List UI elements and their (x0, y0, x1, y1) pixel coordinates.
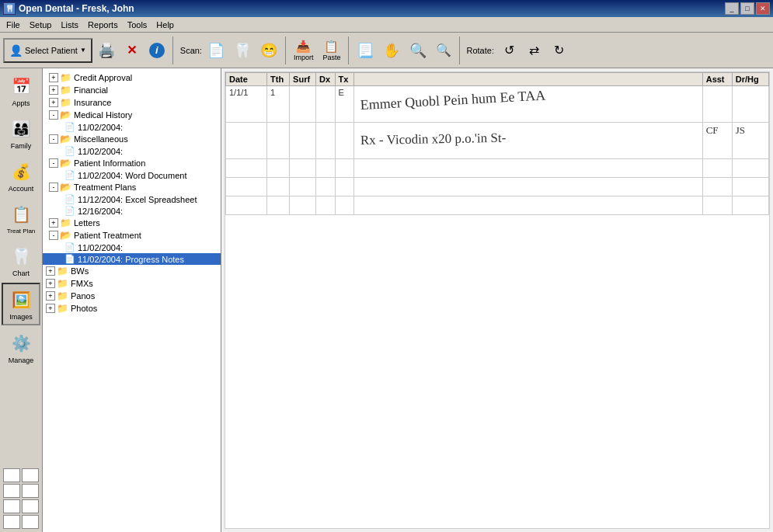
thumb-6[interactable] (22, 499, 39, 513)
menu-help[interactable]: Help (151, 19, 179, 31)
sidebar-manage-button[interactable]: ⚙️ Manage (2, 327, 40, 368)
rotate-flip-button[interactable]: ⇄ (523, 35, 546, 66)
pan-button[interactable]: ✋ (379, 35, 404, 66)
scan-xray-button[interactable]: 🦷 (230, 35, 255, 66)
expand-credit[interactable]: + (49, 73, 58, 82)
cell-tth-2 (267, 123, 290, 159)
expand-financial[interactable]: + (49, 85, 58, 95)
family-icon: 👨‍👩‍👧 (9, 116, 33, 141)
sidebar-chart-button[interactable]: 🦷 Chart (2, 240, 40, 281)
rotate-flip-icon: ⇄ (529, 43, 539, 57)
expand-letters[interactable]: + (49, 218, 58, 228)
folder-letters-icon: 📁 (60, 217, 71, 228)
tree-item-bws[interactable]: + 📁 BWs (43, 265, 221, 277)
tree-item-insurance[interactable]: + 📁 Insurance (43, 96, 221, 109)
tree-item-patienttreat[interactable]: - 📂 Patient Treatment (43, 229, 221, 242)
folder-patientinfo-icon: 📂 (60, 158, 71, 169)
scan-doc-button[interactable]: 📄 (204, 35, 228, 66)
rotate-left-button[interactable]: ↺ (498, 35, 521, 66)
menu-lists[interactable]: Lists (56, 19, 83, 31)
tree-item-treat-doc2[interactable]: 📄 12/16/2004: (43, 205, 221, 217)
thumb-2[interactable] (22, 468, 39, 482)
images-icon: 🖼️ (9, 287, 33, 312)
tree-item-medhistory-doc[interactable]: 📄 11/02/2004: (43, 121, 221, 133)
expand-photos[interactable]: + (46, 304, 55, 313)
tree-item-fmxs[interactable]: + 📁 FMXs (43, 277, 221, 290)
select-patient-button[interactable]: 👤 Select Patient ▼ (3, 38, 92, 63)
cell-surf-2 (290, 123, 316, 159)
menu-setup[interactable]: Setup (25, 19, 57, 31)
expand-treatplans[interactable]: - (49, 183, 58, 192)
import-button[interactable]: 📥 Import (290, 35, 318, 66)
thumb-1[interactable] (3, 468, 20, 482)
tree-item-treatplans[interactable]: - 📂 Treatment Plans (43, 181, 221, 193)
tree-item-credit[interactable]: + 📁 Credit Approval (43, 71, 221, 84)
tree-item-letters[interactable]: + 📁 Letters (43, 217, 221, 229)
minimize-button[interactable]: _ (725, 2, 739, 15)
pan-icon: ✋ (383, 42, 400, 59)
thumb-4[interactable] (22, 484, 39, 498)
icon-sidebar: 📅 Appts 👨‍👩‍👧 Family 💰 Account 📋 Treat P… (0, 68, 43, 532)
doc-treat1-icon: 📄 (64, 194, 75, 204)
tree-item-patientinfo[interactable]: - 📂 Patient Information (43, 157, 221, 169)
tree-item-medhistory[interactable]: - 📂 Medical History (43, 109, 221, 121)
view-doc-button[interactable]: 📃 (353, 35, 378, 66)
paste-button[interactable]: 📋 Paste (319, 35, 344, 66)
thumb-8[interactable] (22, 515, 39, 529)
sidebar-family-button[interactable]: 👨‍👩‍👧 Family (2, 113, 40, 154)
sidebar-appts-button[interactable]: 📅 Appts (2, 70, 40, 111)
view-doc-icon: 📃 (357, 42, 374, 59)
tree-item-panos[interactable]: + 📁 Panos (43, 290, 221, 302)
scan-doc-icon: 📄 (207, 42, 225, 59)
paste-icon: 📋 (324, 40, 339, 54)
toolbar-sep-3 (348, 37, 349, 64)
tree-item-patienttreat-doc2[interactable]: 📄 11/02/2004: Progress Notes (43, 253, 221, 265)
doc-patienttreat1-icon: 📄 (64, 242, 75, 252)
expand-misc[interactable]: - (49, 134, 58, 144)
zoom-in-button[interactable]: 🔍 (406, 35, 430, 66)
tree-item-patienttreat-doc1[interactable]: 📄 11/02/2004: (43, 242, 221, 253)
toolbar-print-button[interactable]: 🖨️ (94, 35, 119, 66)
expand-patientinfo[interactable]: - (49, 158, 58, 168)
table-row: Rx - Vicodin x20 p.o.'in St- CF JS (226, 123, 769, 159)
sidebar-treatplan-button[interactable]: 📋 Treat Plan (2, 198, 40, 238)
title-bar: 🦷 Open Dental - Fresk, John _ □ ✕ (0, 0, 773, 17)
menu-tools[interactable]: Tools (123, 19, 152, 31)
treatplan-icon: 📋 (9, 202, 33, 227)
rotate-right-button[interactable]: ↻ (548, 35, 571, 66)
tree-label-panos: Panos (71, 291, 95, 301)
tree-item-patientinfo-doc[interactable]: 📄 11/02/2004: Word Document (43, 169, 221, 181)
content-area: Date Tth Surf Dx Tx Asst Dr/Hg 1/1/1 1 (221, 68, 773, 532)
close-button[interactable]: ✕ (756, 2, 770, 15)
scan-photo-button[interactable]: 😁 (256, 35, 281, 66)
cell-date-2 (226, 123, 267, 159)
tree-item-treat-doc1[interactable]: 📄 11/12/2004: Excel Spreadsheet (43, 193, 221, 205)
notes-table-container[interactable]: Date Tth Surf Dx Tx Asst Dr/Hg 1/1/1 1 (225, 71, 770, 529)
maximize-button[interactable]: □ (740, 2, 754, 15)
info-icon: i (149, 43, 165, 58)
tree-label-photos: Photos (71, 304, 97, 313)
thumb-7[interactable] (3, 515, 20, 529)
toolbar-delete-button[interactable]: ✕ (120, 35, 144, 66)
tree-item-misc-doc[interactable]: 📄 11/02/2004: (43, 145, 221, 157)
tree-item-financial[interactable]: + 📁 Financial (43, 84, 221, 96)
toolbar-info-button[interactable]: i (145, 35, 169, 66)
sidebar-account-button[interactable]: 💰 Account (2, 155, 40, 196)
expand-bws[interactable]: + (46, 266, 55, 276)
tree-label-credit: Credit Approval (74, 73, 132, 82)
thumb-5[interactable] (3, 499, 20, 513)
tree-item-photos[interactable]: + 📁 Photos (43, 302, 221, 315)
expand-medhistory[interactable]: - (49, 110, 58, 120)
expand-insurance[interactable]: + (49, 98, 58, 107)
cell-asst-2: CF (702, 123, 732, 159)
thumb-3[interactable] (3, 484, 20, 498)
expand-fmxs[interactable]: + (46, 279, 55, 288)
menu-file[interactable]: File (2, 19, 25, 31)
sidebar-images-button[interactable]: 🖼️ Images (2, 283, 40, 325)
expand-patienttreat[interactable]: - (49, 231, 58, 240)
expand-panos[interactable]: + (46, 291, 55, 301)
tree-label-fmxs: FMXs (71, 279, 93, 288)
zoom-out-button[interactable]: 🔍 (432, 35, 455, 66)
menu-reports[interactable]: Reports (83, 19, 123, 31)
tree-item-misc[interactable]: - 📂 Miscellaneous (43, 133, 221, 145)
